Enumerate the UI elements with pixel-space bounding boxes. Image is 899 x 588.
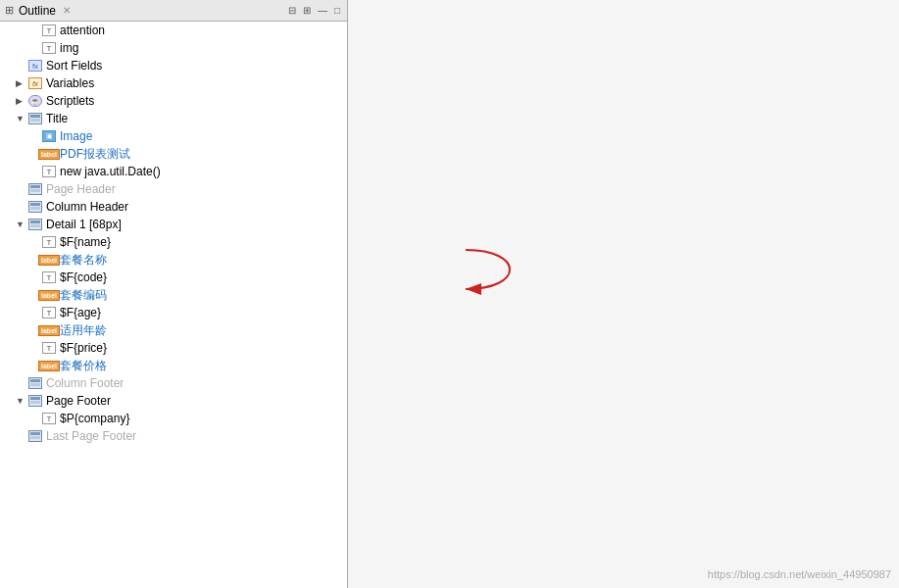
item-icon-text: T: [41, 306, 57, 319]
item-icon-band: [27, 376, 43, 390]
item-label-attention: attention: [60, 24, 105, 37]
tree-item-title-label[interactable]: labelPDF报表测试: [0, 145, 347, 163]
tree-item-detail-name[interactable]: T$F{name}: [0, 233, 347, 251]
tree-item-page-footer[interactable]: ▼Page Footer: [0, 392, 347, 410]
tree-item-detail-label-age[interactable]: label适用年龄: [0, 321, 347, 339]
tree-item-footer-company[interactable]: T$P{company}: [0, 410, 347, 427]
panel-header-actions: ⊟ ⊞ — □: [286, 4, 342, 17]
svg-rect-7: [30, 224, 40, 227]
expand-arrow-variables[interactable]: ▶: [16, 78, 27, 88]
tree-item-attention[interactable]: Tattention: [0, 22, 347, 39]
svg-rect-1: [30, 119, 40, 122]
panel-title: Outline: [19, 4, 56, 18]
item-label-title: Title: [46, 112, 68, 125]
tree-item-page-header[interactable]: Page Header: [0, 180, 347, 198]
tree-item-detail-label-name[interactable]: label套餐名称: [0, 251, 347, 269]
item-icon-text: T: [41, 270, 57, 284]
item-icon-text: T: [41, 165, 57, 178]
expand-arrow-title[interactable]: ▼: [16, 114, 27, 123]
panel-title-x: ✕: [63, 5, 71, 16]
item-icon-text: T: [41, 412, 57, 425]
svg-rect-13: [30, 436, 40, 439]
item-icon-text: T: [41, 341, 57, 355]
tree-item-last-page-footer[interactable]: Last Page Footer: [0, 427, 347, 445]
item-label-page-footer: Page Footer: [46, 394, 111, 408]
tree-item-img[interactable]: Timg: [0, 39, 347, 57]
item-icon-text: T: [41, 41, 57, 55]
item-icon-band: [27, 182, 43, 196]
tree-item-detail-age[interactable]: T$F{age}: [0, 304, 347, 321]
svg-rect-11: [30, 401, 40, 404]
tree-item-detail-label-price[interactable]: label套餐价格: [0, 357, 347, 374]
expand-arrow-scriptlets[interactable]: ▶: [16, 96, 27, 106]
arrow-svg: [348, 0, 899, 588]
item-icon-script: ☕: [27, 94, 43, 108]
tree-item-scriptlets[interactable]: ▶☕Scriptlets: [0, 92, 347, 110]
item-icon-sort: fx: [27, 59, 43, 73]
tree-item-detail1[interactable]: ▼Detail 1 [68px]: [0, 216, 347, 233]
item-icon-band: [27, 218, 43, 231]
right-area: https://blog.csdn.net/weixin_44950987: [348, 0, 899, 588]
item-label-title-image: Image: [60, 129, 92, 143]
item-label-detail-code: $F{code}: [60, 270, 107, 284]
item-icon-label: label: [41, 288, 57, 302]
maximize-button[interactable]: □: [332, 4, 342, 17]
expand-arrow-page-footer[interactable]: ▼: [16, 396, 27, 406]
item-label-page-header: Page Header: [46, 182, 116, 196]
item-icon-text: T: [41, 235, 57, 249]
panel-header-left: ⊞ Outline ✕: [5, 4, 71, 18]
item-icon-band: [27, 429, 43, 443]
collapse-all-button[interactable]: ⊟: [286, 4, 298, 17]
item-label-column-header: Column Header: [46, 200, 128, 214]
svg-rect-2: [30, 185, 40, 188]
svg-rect-10: [30, 397, 40, 400]
item-icon-band: [27, 112, 43, 125]
svg-rect-4: [30, 203, 40, 206]
item-label-detail-label-name: 套餐名称: [60, 252, 107, 269]
outline-panel: ⊞ Outline ✕ ⊟ ⊞ — □ TattentionTimgfxSort…: [0, 0, 348, 588]
item-icon-image: ▣: [41, 129, 57, 143]
watermark: https://blog.csdn.net/weixin_44950987: [708, 568, 891, 580]
item-icon-label: label: [41, 253, 57, 267]
tree-item-detail-price[interactable]: T$F{price}: [0, 339, 347, 357]
expand-all-button[interactable]: ⊞: [301, 4, 313, 17]
item-icon-band: [27, 200, 43, 214]
svg-rect-6: [30, 220, 40, 223]
item-label-detail-age: $F{age}: [60, 306, 101, 319]
panel-header: ⊞ Outline ✕ ⊟ ⊞ — □: [0, 0, 347, 22]
item-icon-band: [27, 394, 43, 408]
item-label-detail1: Detail 1 [68px]: [46, 218, 122, 231]
tree-item-column-footer[interactable]: Column Footer: [0, 374, 347, 392]
tree-item-title[interactable]: ▼Title: [0, 110, 347, 127]
item-icon-label: label: [41, 147, 57, 161]
outline-icon: ⊞: [5, 4, 14, 17]
tree-item-sort-fields[interactable]: fxSort Fields: [0, 57, 347, 74]
expand-arrow-detail1[interactable]: ▼: [16, 220, 27, 229]
item-icon-vars: fx: [27, 76, 43, 90]
item-label-footer-company: $P{company}: [60, 412, 129, 425]
item-label-detail-price: $F{price}: [60, 341, 107, 355]
tree-item-column-header[interactable]: Column Header: [0, 198, 347, 216]
svg-rect-3: [30, 189, 40, 192]
tree-item-detail-label-code[interactable]: label套餐编码: [0, 286, 347, 304]
svg-rect-8: [30, 379, 40, 382]
item-label-detail-label-code: 套餐编码: [60, 287, 107, 304]
svg-rect-12: [30, 432, 40, 435]
item-icon-label: label: [41, 359, 57, 372]
tree-item-detail-code[interactable]: T$F{code}: [0, 269, 347, 286]
tree-item-title-date[interactable]: Tnew java.util.Date(): [0, 163, 347, 180]
item-label-detail-label-age: 适用年龄: [60, 322, 107, 339]
item-label-img: img: [60, 41, 78, 55]
item-label-sort-fields: Sort Fields: [46, 59, 102, 73]
item-label-variables: Variables: [46, 76, 94, 90]
item-icon-text: T: [41, 24, 57, 37]
svg-rect-5: [30, 207, 40, 210]
tree-item-variables[interactable]: ▶fxVariables: [0, 74, 347, 92]
item-icon-label: label: [41, 323, 57, 337]
item-label-column-footer: Column Footer: [46, 376, 124, 390]
minimize-button[interactable]: —: [316, 4, 329, 17]
tree-content: TattentionTimgfxSort Fields▶fxVariables▶…: [0, 22, 347, 588]
svg-rect-9: [30, 383, 40, 386]
tree-item-title-image[interactable]: ▣Image: [0, 127, 347, 145]
item-label-last-page-footer: Last Page Footer: [46, 429, 136, 443]
